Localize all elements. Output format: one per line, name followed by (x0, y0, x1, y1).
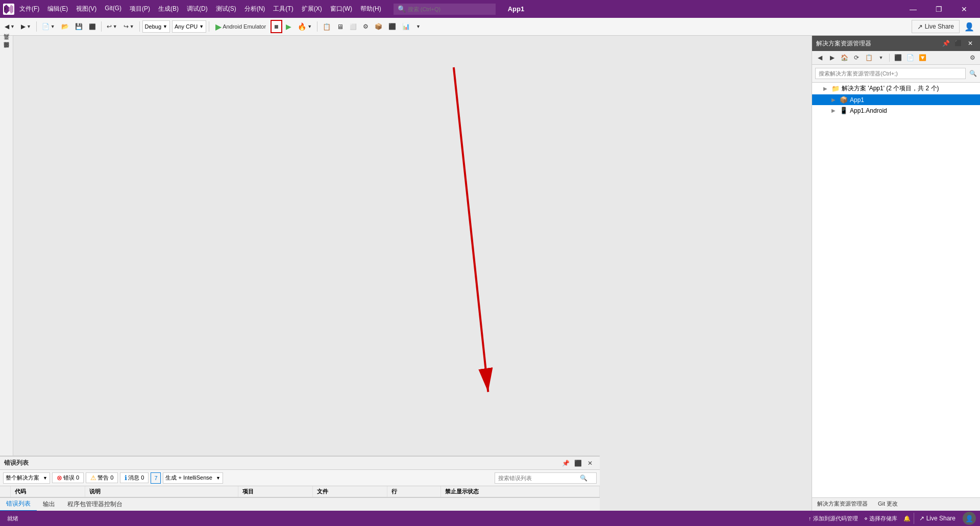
status-ready[interactable]: 就绪 (4, 515, 21, 522)
se-properties-button[interactable]: 📋 (863, 52, 874, 63)
col-indicator[interactable] (0, 486, 10, 497)
error-search-input[interactable] (498, 475, 580, 481)
redo-button[interactable]: ↪ ▼ (121, 20, 137, 33)
play-button[interactable]: ▶ Android Emulator (212, 20, 270, 33)
se-close-button[interactable]: ✕ (965, 38, 976, 49)
toolbar-btn-6[interactable]: 📋 (320, 20, 333, 33)
minimize-button[interactable]: — (901, 0, 925, 18)
menu-tools[interactable]: 工具(T) (269, 3, 297, 15)
menu-analyze[interactable]: 分析(N) (240, 3, 270, 15)
solution-root-item[interactable]: ▶ 📁 解决方案 'App1' (2 个项目，共 2 个) (812, 83, 980, 94)
scope-filter-dropdown[interactable]: 整个解决方案 ▼ (3, 472, 50, 484)
menu-extensions[interactable]: 扩展(X) (298, 3, 326, 15)
bottom-float-button[interactable]: ⬛ (572, 458, 583, 469)
save-button[interactable]: 💾 (72, 20, 85, 33)
error-badge[interactable]: ⊗ 错误 0 (52, 472, 84, 483)
new-project-button[interactable]: 📄 ▼ (39, 20, 58, 33)
undo-button[interactable]: ↩ ▼ (104, 20, 120, 33)
solution-search-input[interactable] (819, 70, 962, 77)
toolbar-dropdown-extra[interactable]: ▼ (413, 20, 423, 33)
status-bar: 就绪 ↑ 添加到源代码管理 ⋄ 选择存储库 🔔 ↗ Live Share 👤 (0, 511, 980, 526)
live-share-status-button[interactable]: ↗ Live Share (914, 513, 961, 524)
toolbar-btn-7[interactable]: 🖥 (334, 20, 346, 33)
solution-search-box[interactable] (815, 68, 966, 79)
save-all-icon: ⬛ (89, 23, 96, 30)
menu-debug[interactable]: 调试(D) (183, 3, 212, 15)
tab-error-list[interactable]: 错误列表 (0, 497, 37, 511)
toolbar-btn-12[interactable]: 📊 (400, 20, 412, 33)
add-source-control-button[interactable]: ↑ 添加到源代码管理 (805, 515, 861, 522)
col-file[interactable]: 文件 (312, 486, 387, 497)
open-file-button[interactable]: 📂 (59, 20, 71, 33)
restore-button[interactable]: ❐ (927, 0, 950, 18)
tab-package-manager[interactable]: 程序包管理器控制台 (61, 498, 129, 511)
step-over-button[interactable]: ▶ (283, 20, 294, 33)
server-explorer-tab[interactable]: 服务器资源管理器 (1, 48, 12, 56)
se-collapse-button[interactable]: ⬛ (892, 52, 903, 63)
menu-edit[interactable]: 编辑(E) (43, 3, 72, 15)
bottom-close-button[interactable]: ✕ (584, 458, 596, 469)
toolbar-btn-9[interactable]: ⚙ (360, 20, 371, 33)
float-button[interactable]: ⬛ (952, 38, 964, 49)
toolbar-icon-6: 📋 (323, 23, 331, 31)
se-tab-git[interactable]: Git 更改 (873, 498, 903, 511)
notification-button[interactable]: 🔔 (900, 515, 914, 522)
toolbar-btn-10[interactable]: 📦 (372, 20, 385, 33)
menu-file[interactable]: 文件(F) (15, 3, 43, 15)
hot-reload-button[interactable]: 🔥 ▼ (295, 20, 314, 33)
se-show-files-button[interactable]: 📄 (904, 52, 916, 63)
back-icon: ◀ (5, 23, 9, 30)
nav-forward-button[interactable]: ▶ ▼ (18, 20, 34, 33)
close-button[interactable]: ✕ (952, 0, 976, 18)
se-back-button[interactable]: ◀ (814, 52, 825, 63)
menu-window[interactable]: 窗口(W) (326, 3, 356, 15)
nav-back-button[interactable]: ◀ ▼ (2, 20, 17, 33)
live-share-button[interactable]: ↗ Live Share (912, 20, 960, 33)
menu-help[interactable]: 帮助(H) (356, 3, 385, 15)
error-search-box[interactable]: 🔍 (495, 472, 597, 484)
warning-badge[interactable]: ⚠ 警告 0 (86, 472, 118, 483)
profile-button[interactable]: 👤 (961, 20, 978, 33)
se-filter-button[interactable]: 🔽 (917, 52, 928, 63)
toolbox-tab[interactable]: 工具箱 (1, 40, 12, 48)
save-all-button[interactable]: ⬛ (86, 20, 99, 33)
col-description[interactable]: 说明 (85, 486, 238, 497)
se-home-button[interactable]: 🏠 (839, 52, 850, 63)
app1-project-item[interactable]: ▶ 📦 App1 (812, 94, 980, 105)
se-settings-button[interactable]: ⚙ (967, 52, 978, 63)
info-badge[interactable]: ℹ 消息 0 (120, 472, 149, 483)
branch-selector[interactable]: ⋄ 选择存储库 (861, 515, 900, 522)
profile-avatar[interactable]: 👤 (963, 512, 976, 525)
menu-build[interactable]: 生成(B) (154, 3, 183, 15)
editor-area[interactable] (13, 36, 812, 511)
build-filter-arrow: ▼ (216, 475, 220, 481)
col-code[interactable]: 代码 (10, 486, 85, 497)
se-refresh-button[interactable]: ▼ (875, 52, 887, 63)
search-input[interactable] (408, 6, 489, 12)
platform-dropdown[interactable]: Any CPU ▼ (172, 20, 206, 33)
se-sync-button[interactable]: ⟳ (851, 52, 862, 63)
highlighted-target-button[interactable]: ⏹ (271, 20, 282, 33)
se-forward-button[interactable]: ▶ (826, 52, 838, 63)
menu-project[interactable]: 项目(P) (126, 3, 154, 15)
search-box[interactable]: 🔍 (394, 4, 496, 15)
build-filter-dropdown[interactable]: 生成 + IntelliSense ▼ (163, 472, 223, 484)
se-tab-solution[interactable]: 解决方案资源管理器 (812, 498, 873, 511)
pin-button[interactable]: 📌 (940, 38, 951, 49)
tab-output[interactable]: 输出 (37, 498, 61, 511)
col-project[interactable]: 项目 (238, 486, 312, 497)
debug-config-dropdown[interactable]: Debug ▼ (142, 20, 170, 33)
col-suppress[interactable]: 禁止显示状态 (440, 486, 599, 497)
toolbar-btn-11[interactable]: ⬛ (386, 20, 399, 33)
new-project-icon: 📄 (42, 23, 50, 30)
app1-android-project-item[interactable]: ▶ 📱 App1.Android (812, 105, 980, 116)
filter-number: 7 (154, 475, 157, 481)
col-line[interactable]: 行 (387, 486, 440, 497)
toolbar-btn-8[interactable]: ⬜ (347, 20, 359, 33)
menu-view[interactable]: 视图(V) (72, 3, 101, 15)
bottom-pin-button[interactable]: 📌 (560, 458, 571, 469)
solution-search-button[interactable]: 🔍 (967, 68, 978, 79)
filter-number-badge[interactable]: 7 (151, 472, 161, 484)
menu-test[interactable]: 测试(S) (212, 3, 240, 15)
menu-git[interactable]: Git(G) (101, 3, 126, 15)
